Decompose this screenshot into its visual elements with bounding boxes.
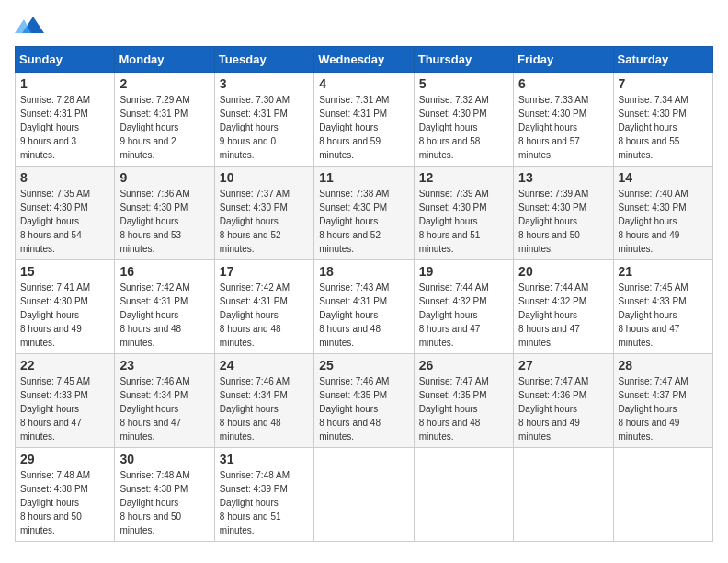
sunset-label: Sunset: 4:31 PM: [20, 109, 88, 119]
sunrise-label: Sunrise: 7:46 AM: [220, 376, 290, 386]
day-info: Sunrise: 7:31 AM Sunset: 4:31 PM Dayligh…: [319, 93, 408, 162]
daylight-label: Daylight hours: [518, 216, 577, 226]
sunset-label: Sunset: 4:31 PM: [119, 109, 188, 119]
day-number: 7: [619, 76, 708, 91]
weekday-header: Wednesday: [314, 47, 414, 73]
sunset-label: Sunset: 4:30 PM: [518, 202, 586, 213]
day-info: Sunrise: 7:45 AM Sunset: 4:33 PM Dayligh…: [20, 374, 109, 443]
sunset-label: Sunset: 4:38 PM: [119, 484, 188, 494]
day-number: 5: [419, 76, 508, 91]
daylight-label: Daylight hours: [419, 404, 478, 414]
day-number: 11: [319, 170, 408, 185]
day-number: 6: [518, 76, 608, 91]
daylight-value: 8 hours and 50 minutes.: [518, 230, 580, 254]
sunset-label: Sunset: 4:31 PM: [220, 296, 288, 306]
day-info: Sunrise: 7:42 AM Sunset: 4:31 PM Dayligh…: [220, 281, 309, 350]
daylight-value: 8 hours and 48 minutes.: [319, 324, 381, 348]
daylight-value: 8 hours and 59 minutes.: [319, 136, 381, 160]
sunrise-label: Sunrise: 7:36 AM: [119, 189, 189, 199]
daylight-value: 8 hours and 47 minutes.: [20, 418, 82, 442]
daylight-value: 8 hours and 48 minutes.: [319, 418, 381, 442]
calendar-cell: 6 Sunrise: 7:33 AM Sunset: 4:30 PM Dayli…: [514, 73, 613, 167]
day-info: Sunrise: 7:46 AM Sunset: 4:35 PM Dayligh…: [319, 374, 408, 443]
sunset-label: Sunset: 4:30 PM: [119, 202, 188, 213]
daylight-value: 8 hours and 52 minutes.: [319, 230, 381, 254]
daylight-value: 8 hours and 49 minutes.: [20, 324, 82, 348]
sunrise-label: Sunrise: 7:31 AM: [319, 95, 389, 105]
weekday-header: Friday: [514, 47, 613, 73]
day-number: 3: [220, 76, 309, 91]
daylight-value: 8 hours and 48 minutes.: [419, 418, 481, 442]
daylight-value: 8 hours and 48 minutes.: [119, 324, 181, 348]
day-info: Sunrise: 7:29 AM Sunset: 4:31 PM Dayligh…: [119, 93, 209, 162]
day-number: 23: [119, 358, 209, 373]
sunrise-label: Sunrise: 7:46 AM: [319, 376, 389, 386]
daylight-label: Daylight hours: [419, 310, 478, 320]
calendar-cell: 16 Sunrise: 7:42 AM Sunset: 4:31 PM Dayl…: [115, 260, 214, 354]
daylight-value: 9 hours and 3 minutes.: [20, 136, 76, 160]
calendar-week-row: 29 Sunrise: 7:48 AM Sunset: 4:38 PM Dayl…: [16, 448, 713, 542]
day-number: 31: [220, 452, 309, 466]
calendar-cell: 12 Sunrise: 7:39 AM Sunset: 4:30 PM Dayl…: [414, 167, 513, 260]
daylight-label: Daylight hours: [220, 404, 279, 414]
sunrise-label: Sunrise: 7:37 AM: [220, 189, 290, 199]
day-info: Sunrise: 7:33 AM Sunset: 4:30 PM Dayligh…: [518, 93, 608, 162]
sunset-label: Sunset: 4:30 PM: [220, 202, 288, 213]
sunrise-label: Sunrise: 7:42 AM: [119, 282, 189, 293]
weekday-header-row: SundayMondayTuesdayWednesdayThursdayFrid…: [16, 47, 713, 73]
daylight-label: Daylight hours: [419, 122, 478, 132]
sunrise-label: Sunrise: 7:38 AM: [319, 189, 389, 199]
day-info: Sunrise: 7:47 AM Sunset: 4:36 PM Dayligh…: [518, 374, 608, 443]
calendar-cell: 28 Sunrise: 7:47 AM Sunset: 4:37 PM Dayl…: [613, 354, 712, 448]
calendar-cell: 22 Sunrise: 7:45 AM Sunset: 4:33 PM Dayl…: [16, 354, 115, 448]
sunset-label: Sunset: 4:39 PM: [220, 484, 288, 494]
sunrise-label: Sunrise: 7:48 AM: [20, 470, 90, 480]
day-number: 12: [419, 170, 508, 185]
calendar-cell: 21 Sunrise: 7:45 AM Sunset: 4:33 PM Dayl…: [613, 260, 712, 354]
daylight-label: Daylight hours: [619, 404, 677, 414]
sunset-label: Sunset: 4:35 PM: [319, 390, 387, 400]
sunset-label: Sunset: 4:37 PM: [619, 390, 687, 400]
weekday-header: Monday: [115, 47, 214, 73]
sunset-label: Sunset: 4:31 PM: [319, 109, 387, 119]
day-info: Sunrise: 7:44 AM Sunset: 4:32 PM Dayligh…: [419, 281, 508, 350]
sunrise-label: Sunrise: 7:42 AM: [220, 282, 290, 293]
sunrise-label: Sunrise: 7:48 AM: [119, 470, 189, 480]
day-number: 19: [419, 264, 508, 279]
day-number: 13: [518, 170, 608, 185]
sunset-label: Sunset: 4:31 PM: [119, 296, 188, 306]
day-info: Sunrise: 7:32 AM Sunset: 4:30 PM Dayligh…: [419, 93, 508, 162]
daylight-value: 8 hours and 49 minutes.: [619, 230, 680, 254]
sunset-label: Sunset: 4:31 PM: [220, 109, 288, 119]
calendar-week-row: 22 Sunrise: 7:45 AM Sunset: 4:33 PM Dayl…: [16, 354, 713, 448]
day-info: Sunrise: 7:41 AM Sunset: 4:30 PM Dayligh…: [20, 281, 109, 350]
calendar-cell: [414, 448, 513, 542]
day-number: 16: [119, 264, 209, 279]
calendar-week-row: 8 Sunrise: 7:35 AM Sunset: 4:30 PM Dayli…: [16, 167, 713, 260]
sunset-label: Sunset: 4:30 PM: [619, 202, 687, 213]
calendar-cell: 31 Sunrise: 7:48 AM Sunset: 4:39 PM Dayl…: [214, 448, 313, 542]
weekday-header: Thursday: [414, 47, 513, 73]
calendar-week-row: 1 Sunrise: 7:28 AM Sunset: 4:31 PM Dayli…: [16, 73, 713, 167]
sunset-label: Sunset: 4:36 PM: [518, 390, 586, 400]
daylight-label: Daylight hours: [119, 404, 178, 414]
calendar-cell: 24 Sunrise: 7:46 AM Sunset: 4:34 PM Dayl…: [214, 354, 313, 448]
calendar-cell: 3 Sunrise: 7:30 AM Sunset: 4:31 PM Dayli…: [214, 73, 313, 167]
sunrise-label: Sunrise: 7:40 AM: [619, 189, 688, 199]
sunset-label: Sunset: 4:34 PM: [220, 390, 288, 400]
sunrise-label: Sunrise: 7:48 AM: [220, 470, 290, 480]
day-number: 21: [619, 264, 708, 279]
daylight-label: Daylight hours: [20, 216, 79, 226]
day-info: Sunrise: 7:28 AM Sunset: 4:31 PM Dayligh…: [20, 93, 109, 162]
daylight-value: 8 hours and 50 minutes.: [20, 511, 82, 535]
day-info: Sunrise: 7:48 AM Sunset: 4:38 PM Dayligh…: [119, 468, 209, 537]
sunrise-label: Sunrise: 7:47 AM: [619, 376, 688, 386]
daylight-label: Daylight hours: [119, 310, 178, 320]
daylight-label: Daylight hours: [119, 498, 178, 508]
sunrise-label: Sunrise: 7:28 AM: [20, 95, 90, 105]
calendar-cell: 15 Sunrise: 7:41 AM Sunset: 4:30 PM Dayl…: [16, 260, 115, 354]
calendar-cell: 20 Sunrise: 7:44 AM Sunset: 4:32 PM Dayl…: [514, 260, 613, 354]
calendar-cell: 11 Sunrise: 7:38 AM Sunset: 4:30 PM Dayl…: [314, 167, 414, 260]
daylight-label: Daylight hours: [619, 216, 677, 226]
daylight-label: Daylight hours: [518, 404, 577, 414]
